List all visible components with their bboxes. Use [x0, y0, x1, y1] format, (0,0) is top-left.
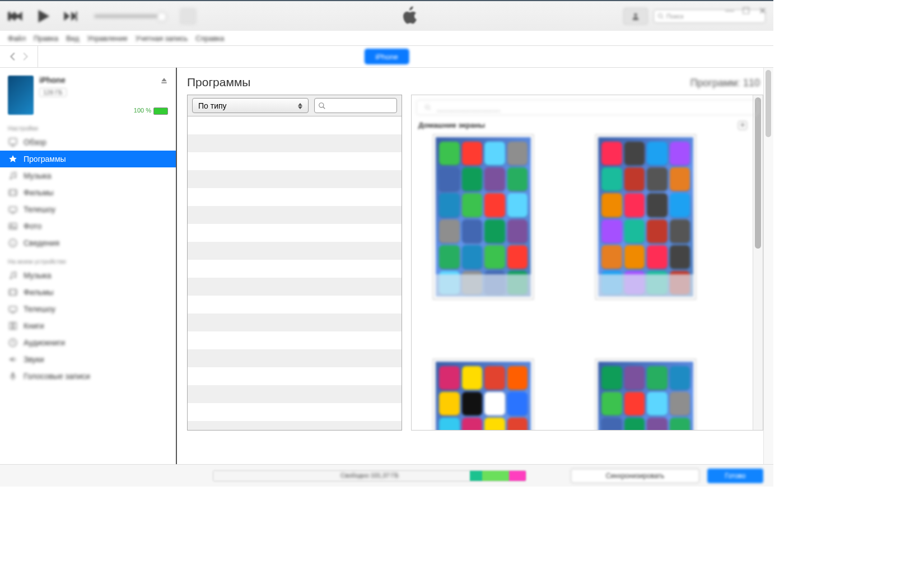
sidebar-icon	[8, 287, 18, 297]
app-row[interactable]	[188, 278, 402, 296]
svg-point-3	[10, 177, 12, 180]
airplay-button[interactable]	[180, 8, 196, 24]
menu-Вид[interactable]: Вид	[66, 34, 80, 43]
menubar: ФайлПравкаВидУправлениеУчетная записьСпр…	[0, 31, 773, 45]
apps-search-input[interactable]	[314, 98, 397, 113]
app-row[interactable]	[188, 188, 402, 206]
sidebar-item-label: Программы	[24, 155, 66, 163]
app-row[interactable]	[188, 242, 402, 260]
sidebar-item-Телешоу[interactable]: Телешоу	[0, 301, 176, 317]
content-scrollbar[interactable]	[763, 68, 773, 464]
sidebar-item-label: Телешоу	[24, 305, 55, 314]
storage-usage-bar: Свободно 101,37 ГБ	[213, 470, 526, 481]
prev-track-button[interactable]	[8, 8, 24, 24]
svg-point-11	[14, 275, 16, 278]
sidebar-item-label: Музыка	[24, 271, 52, 280]
sidebar-item-label: Фото	[24, 222, 41, 231]
app-row[interactable]	[188, 349, 402, 367]
svg-point-4	[14, 176, 16, 178]
done-button[interactable]: Готово	[707, 469, 763, 483]
menu-Управление[interactable]: Управление	[87, 34, 127, 43]
home-screen[interactable]	[433, 134, 534, 303]
window-minimize-button[interactable]: —	[725, 6, 734, 15]
sidebar-icon	[8, 221, 18, 231]
app-row[interactable]	[188, 367, 402, 385]
sidebar-item-label: Обзор	[24, 138, 46, 147]
sidebar-item-label: Аудиокниги	[24, 338, 65, 347]
apple-logo-icon	[402, 6, 418, 26]
sidebar-icon	[8, 270, 18, 280]
app-row[interactable]	[188, 314, 402, 331]
device-header: iPhone 128 ГБ 100 %	[0, 72, 176, 118]
sidebar-icon	[8, 154, 18, 164]
app-row[interactable]	[188, 134, 402, 152]
add-screen-button[interactable]: +	[738, 121, 747, 130]
screens-scrollbar[interactable]	[753, 95, 763, 430]
sidebar-icon	[8, 238, 18, 248]
sidebar-item-Музыка[interactable]: Музыка	[0, 167, 176, 184]
apps-list[interactable]	[188, 116, 402, 430]
sidebar-item-label: Сведения	[24, 238, 59, 247]
titlebar: Поиск — ☐ ✕	[0, 1, 773, 31]
play-button[interactable]	[34, 7, 53, 26]
app-row[interactable]	[188, 331, 402, 349]
account-button[interactable]	[623, 8, 648, 25]
screens-search[interactable]: _________________	[416, 100, 758, 115]
sidebar-item-Фильмы[interactable]: Фильмы	[0, 184, 176, 201]
window-close-button[interactable]: ✕	[759, 6, 768, 15]
sidebar-item-Книги[interactable]: Книги	[0, 317, 176, 334]
apps-count: Программ: 110	[690, 77, 760, 89]
sidebar-item-Музыка[interactable]: Музыка	[0, 267, 176, 284]
svg-point-1	[659, 13, 662, 17]
svg-rect-2	[9, 138, 17, 144]
sidebar-item-Аудиокниги[interactable]: Аудиокниги	[0, 334, 176, 351]
menu-Файл[interactable]: Файл	[8, 34, 26, 43]
app-row[interactable]	[188, 116, 402, 134]
nav-forward-button[interactable]	[19, 50, 31, 63]
app-row[interactable]	[188, 260, 402, 278]
sidebar-item-label: Фильмы	[24, 188, 54, 197]
sort-value: По типу	[198, 101, 227, 110]
app-row[interactable]	[188, 170, 402, 188]
home-screen[interactable]	[595, 134, 696, 303]
sidebar-icon	[8, 321, 18, 331]
svg-rect-5	[9, 190, 17, 196]
sidebar-item-Телешоу[interactable]: Телешоу	[0, 201, 176, 218]
app-row[interactable]	[188, 385, 402, 403]
window-maximize-button[interactable]: ☐	[742, 6, 751, 15]
nav-back-button[interactable]	[7, 50, 19, 63]
sidebar-item-label: Книги	[24, 321, 44, 330]
app-row[interactable]	[188, 224, 402, 242]
sidebar-item-Голосовые записи[interactable]: Голосовые записи	[0, 368, 176, 385]
sidebar-item-label: Телешоу	[24, 205, 55, 214]
sidebar-item-Сведения[interactable]: Сведения	[0, 235, 176, 251]
device-tab[interactable]: iPhone	[364, 49, 409, 64]
app-row[interactable]	[188, 403, 402, 421]
menu-Справка[interactable]: Справка	[195, 34, 224, 43]
sidebar-icon	[8, 338, 18, 348]
sidebar-item-Фото[interactable]: Фото	[0, 218, 176, 235]
sidebar-item-label: Звуки	[24, 355, 44, 364]
app-row[interactable]	[188, 296, 402, 314]
sidebar: iPhone 128 ГБ 100 % Настройки ОбзорПрогр…	[0, 68, 177, 464]
home-screen[interactable]: Страница 2	[595, 359, 696, 431]
sidebar-icon	[8, 371, 18, 381]
home-screen[interactable]: Страница 1	[433, 359, 534, 431]
sort-dropdown[interactable]: По типу	[192, 98, 309, 113]
volume-slider[interactable]	[94, 15, 167, 18]
sync-button[interactable]: Синхронизировать	[571, 469, 699, 483]
sidebar-item-Фильмы[interactable]: Фильмы	[0, 284, 176, 301]
menu-Правка[interactable]: Правка	[34, 34, 58, 43]
app-row[interactable]	[188, 152, 402, 170]
next-track-button[interactable]	[63, 8, 78, 24]
menu-Учетная запись[interactable]: Учетная запись	[136, 34, 188, 43]
sidebar-item-Звуки[interactable]: Звуки	[0, 351, 176, 368]
app-row[interactable]	[188, 421, 402, 430]
pane-title: Программы	[187, 76, 250, 89]
sidebar-item-Обзор[interactable]: Обзор	[0, 134, 176, 151]
sidebar-item-Программы[interactable]: Программы	[0, 151, 176, 167]
eject-icon[interactable]	[160, 77, 168, 85]
sidebar-section-on-device: На моем устройстве	[0, 256, 176, 267]
app-row[interactable]	[188, 206, 402, 224]
svg-rect-12	[9, 289, 17, 296]
